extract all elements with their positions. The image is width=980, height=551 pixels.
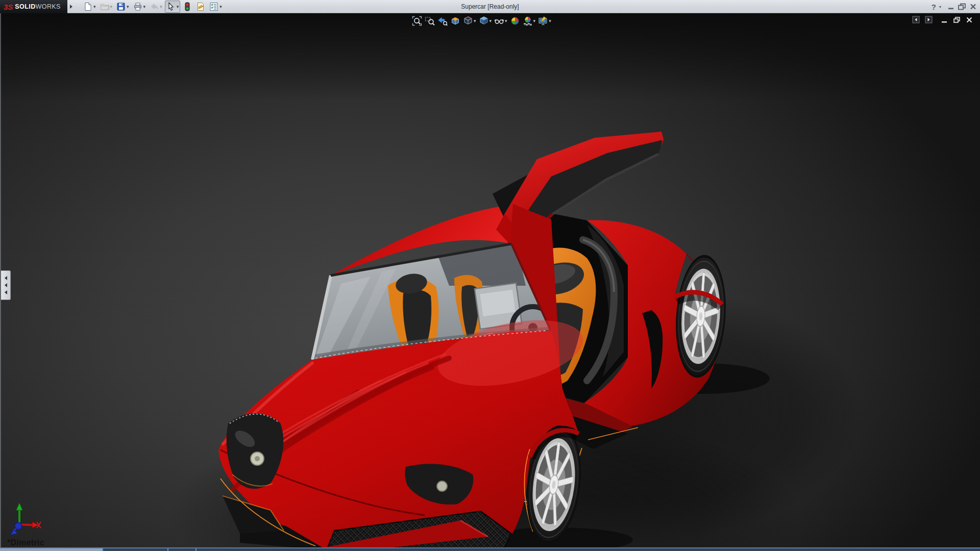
taskbar-edge[interactable] <box>0 547 980 551</box>
previous-pane-button[interactable] <box>912 16 920 23</box>
taskbar-divider <box>195 548 197 551</box>
previous-view-icon <box>437 16 448 26</box>
open-document-button[interactable]: ▾ <box>99 1 114 13</box>
undo-icon <box>150 2 159 11</box>
minimize-window-button[interactable] <box>947 1 954 12</box>
restore-document-button[interactable] <box>953 16 961 23</box>
help-dropdown-caret[interactable]: ▾ <box>939 1 941 12</box>
minimize-document-button[interactable] <box>941 16 948 23</box>
save-button[interactable]: ▾ <box>115 1 131 13</box>
print-icon <box>133 2 142 11</box>
edit-appearance-icon <box>510 16 520 26</box>
rebuild-button[interactable] <box>181 1 193 13</box>
view-settings-dropdown-caret[interactable]: ▾ <box>549 19 551 23</box>
file-properties-icon <box>196 2 205 11</box>
next-pane-icon <box>925 16 933 23</box>
file-properties-button[interactable] <box>194 1 207 13</box>
open-document-dropdown-caret[interactable]: ▾ <box>110 5 113 9</box>
close-window-button[interactable] <box>969 1 977 12</box>
options-icon <box>209 2 218 11</box>
print-dropdown-caret[interactable]: ▾ <box>143 5 146 9</box>
help-button[interactable]: ? <box>932 1 936 12</box>
feature-manager-splitter[interactable] <box>1 270 11 300</box>
collapse-arrow-icon <box>5 290 7 294</box>
view-settings-icon <box>538 16 548 26</box>
minimize-document-icon <box>941 16 948 23</box>
print-button[interactable]: ▾ <box>132 1 148 13</box>
dassault-3ds-logo-icon: 3S <box>4 3 13 11</box>
apply-scene-button[interactable]: ▾ <box>522 15 536 27</box>
view-settings-button[interactable]: ▾ <box>537 15 552 27</box>
undo-button[interactable]: ▾ <box>148 1 164 13</box>
display-style-icon <box>479 16 489 26</box>
zoom-to-fit-icon <box>412 16 422 26</box>
select-icon <box>166 2 176 11</box>
new-document-button[interactable]: ▾ <box>82 1 97 13</box>
brand-name-bold: SOLID <box>15 3 35 10</box>
taskbar-divider <box>167 548 168 551</box>
solidworks-logo: 3S SOLIDWORKS <box>0 0 67 13</box>
restore-window-button[interactable] <box>958 1 966 12</box>
section-view-icon <box>450 16 460 26</box>
orientation-triad <box>0 501 61 542</box>
hide-show-items-dropdown-caret[interactable]: ▾ <box>505 19 507 23</box>
rebuild-icon <box>183 2 192 11</box>
quick-access-toolbar: ▾▾▾▾▾▾▾ <box>82 0 224 13</box>
window-controls: ? ▾ <box>932 0 977 13</box>
graphics-area[interactable]: ▾▾▾▾▾ <box>0 13 980 551</box>
save-dropdown-caret[interactable]: ▾ <box>127 5 129 9</box>
menu-flyout-button[interactable] <box>68 0 74 13</box>
close-document-button[interactable] <box>966 16 973 23</box>
new-document-dropdown-caret[interactable]: ▾ <box>93 5 96 9</box>
view-orientation-dropdown-caret[interactable]: ▾ <box>474 19 476 23</box>
undo-dropdown-caret[interactable]: ▾ <box>160 5 162 9</box>
previous-pane-icon <box>912 16 920 23</box>
display-style-button[interactable]: ▾ <box>478 15 493 27</box>
supercar-model[interactable] <box>0 13 980 551</box>
flyout-arrow-icon <box>70 5 72 9</box>
zoom-to-area-icon <box>425 16 435 26</box>
close-document-icon <box>966 16 973 23</box>
zoom-to-fit-button[interactable] <box>411 15 423 27</box>
select-dropdown-caret[interactable]: ▾ <box>177 5 179 9</box>
select-button[interactable]: ▾ <box>165 1 181 13</box>
view-orientation-label: *Dimetric <box>7 538 44 547</box>
view-orientation-button[interactable]: ▾ <box>462 15 477 27</box>
collapse-arrow-icon <box>5 276 7 280</box>
options-button[interactable]: ▾ <box>208 1 224 13</box>
heads-up-view-toolbar: ▾▾▾▾▾ <box>411 15 552 27</box>
new-document-icon <box>83 2 92 11</box>
hide-show-items-button[interactable]: ▾ <box>494 15 508 27</box>
viewport-left-border <box>0 13 1 551</box>
edit-appearance-button[interactable] <box>509 15 521 27</box>
brand-name-light: WORKS <box>36 3 61 10</box>
options-dropdown-caret[interactable]: ▾ <box>219 5 222 9</box>
collapse-arrow-icon <box>5 283 7 287</box>
open-document-icon <box>100 2 109 11</box>
display-style-dropdown-caret[interactable]: ▾ <box>489 19 492 23</box>
save-icon <box>116 2 126 11</box>
hide-show-items-icon <box>494 16 504 26</box>
minimize-icon <box>947 3 954 10</box>
restore-icon <box>958 3 966 10</box>
previous-view-button[interactable] <box>437 15 448 27</box>
zoom-to-area-button[interactable] <box>424 15 435 27</box>
taskbar-divider <box>102 548 103 551</box>
section-view-button[interactable] <box>450 15 461 27</box>
close-icon <box>969 3 977 10</box>
document-window-controls <box>912 16 973 23</box>
restore-document-icon <box>953 16 961 23</box>
apply-scene-dropdown-caret[interactable]: ▾ <box>533 19 536 23</box>
taskbar-segment <box>0 548 102 551</box>
next-pane-button[interactable] <box>925 16 933 23</box>
apply-scene-icon <box>523 16 533 26</box>
view-orientation-icon <box>463 16 473 26</box>
title-bar: 3S SOLIDWORKS ▾▾▾▾▾▾▾ Supercar [Read-onl… <box>0 0 980 13</box>
